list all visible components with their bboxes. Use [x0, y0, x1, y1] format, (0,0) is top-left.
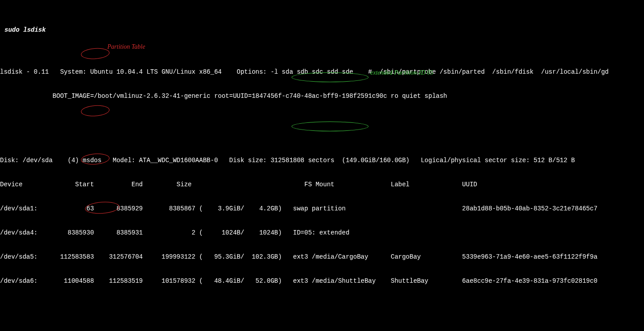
oval-msdos-sda: [80, 47, 110, 60]
terminal-output[interactable]: sudo lsdisk lsdisk - 0.11 System: Ubuntu…: [0, 0, 644, 331]
command-line: sudo lsdisk: [0, 26, 644, 34]
disk-sda-header: Disk: /dev/sda (4) msdos Model: ATA__WDC…: [0, 156, 644, 164]
blank: [0, 301, 644, 309]
table-row: /dev/sda1: 63 8385929 8385867 ( 3.9GiB/ …: [0, 205, 644, 213]
table-row: /dev/sda5: 112583583 312576704 199993122…: [0, 253, 644, 261]
oval-msdos-sdb: [80, 105, 110, 117]
table-row: /dev/sda4: 8385930 8385931 2 ( 1024B/ 10…: [0, 229, 644, 237]
annotation-partition-table: Partition Table: [107, 43, 145, 51]
column-header: Device Start End Size FS Mount Label UUI…: [0, 180, 644, 189]
table-row: /dev/sda6: 11004588 112583519 101578932 …: [0, 277, 644, 285]
header-line-1: lsdisk - 0.11 System: Ubuntu 10.04.4 LTS…: [0, 68, 644, 76]
blank: [0, 116, 644, 124]
header-line-2: BOOT_IMAGE=/boot/vmlinuz-2.6.32-41-gener…: [0, 92, 644, 100]
